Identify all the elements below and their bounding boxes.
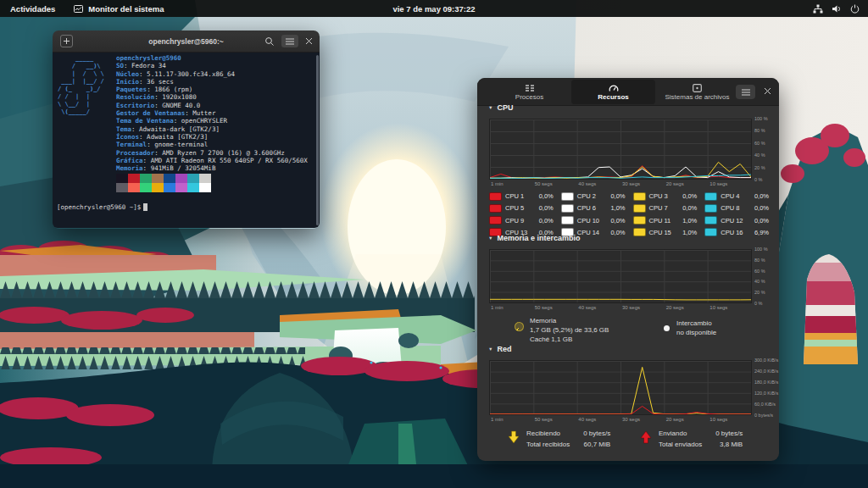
network-section-header[interactable]: ▼ Red — [488, 345, 511, 353]
palette-swatch — [128, 183, 140, 192]
palette-swatch — [116, 174, 128, 183]
cpu-legend-item: CPU 80,0% — [704, 203, 769, 213]
palette-swatch — [199, 174, 211, 183]
network-section-title: Red — [497, 345, 511, 353]
cpu-legend-item: CPU 30,0% — [633, 191, 698, 201]
memory-y-axis: 100 %80 %60 %40 %20 %0 % — [754, 249, 783, 303]
network-x-axis: 1 min50 segs40 segs30 segs20 segs10 segs — [489, 417, 752, 424]
cpu-color-swatch — [633, 216, 646, 225]
cpu-graph: 100 %80 %60 %40 %20 %0 % 1 min50 segs40 … — [489, 119, 752, 180]
palette-swatch — [187, 174, 199, 183]
swap-value: no disponible — [676, 328, 716, 337]
disk-icon — [693, 84, 702, 92]
system-monitor-app-icon — [74, 4, 83, 14]
fedora-ascii-art: _____ / __)\ | / \ \ ___| |__/ / / (_ _)… — [58, 55, 104, 116]
cpu-color-swatch — [489, 192, 502, 201]
upload-arrow-icon — [640, 430, 652, 444]
cpu-color-swatch — [561, 192, 574, 201]
cpu-color-swatch — [633, 204, 646, 213]
terminal-menu-button[interactable] — [281, 35, 298, 47]
new-tab-button[interactable] — [60, 35, 73, 47]
swap-dot-icon — [664, 325, 670, 331]
tab-label: Recursos — [598, 93, 628, 101]
memory-graph: 100 %80 %60 %40 %20 %0 % 1 min50 segs40 … — [489, 249, 752, 303]
network-plot — [489, 360, 752, 415]
system-monitor-window: Procesos Recursos Sistemas de archivos — [477, 78, 779, 461]
cpu-legend-item: CPU 40,0% — [704, 191, 769, 201]
network-legend: Recibiendo 0 bytes/s Total recibidos 60,… — [489, 428, 769, 453]
palette-swatch — [199, 183, 211, 192]
tab-recursos[interactable]: Recursos — [571, 80, 655, 104]
memory-legend-item: Memoria 1,7 GB (5,2%) de 33,6 GB Caché 1… — [515, 316, 609, 344]
neofetch-info: openchrysler@5960SO: Fedora 34Núcleo: 5.… — [116, 54, 308, 172]
new-tab-icon — [63, 37, 70, 45]
cpu-legend-item: CPU 50,0% — [489, 203, 554, 213]
terminal-content[interactable]: _____ / __)\ | / \ \ ___| |__/ / / (_ _)… — [53, 53, 320, 228]
cpu-color-swatch — [633, 192, 646, 201]
expander-icon: ▼ — [488, 347, 492, 352]
terminal-search-button[interactable] — [264, 36, 275, 47]
clock[interactable]: vie 7 de may 09:37:22 — [392, 0, 475, 17]
sending-legend-item: Enviando 0 bytes/s Total enviados 3,8 Mi… — [640, 428, 743, 450]
cpu-legend-item: CPU 10,0% — [489, 191, 554, 201]
memory-section-title: Memoria e intercambio — [497, 234, 580, 242]
terminal-close-button[interactable] — [305, 37, 313, 45]
cpu-color-swatch — [704, 192, 717, 201]
palette-swatch — [116, 183, 128, 192]
cpu-legend-item: CPU 151,0% — [633, 228, 698, 237]
activities-button[interactable]: Actividades — [10, 4, 55, 14]
network-y-axis: 300,0 KiB/s240,0 KiB/s180,0 KiB/s120,0 K… — [754, 360, 783, 415]
cpu-y-axis: 100 %80 %60 %40 %20 %0 % — [754, 119, 783, 180]
system-monitor-titlebar[interactable]: Procesos Recursos Sistemas de archivos — [477, 78, 779, 106]
focused-app-menu[interactable]: Monitor del sistema — [74, 4, 164, 14]
cpu-section-title: CPU — [497, 103, 513, 112]
memory-pie-icon — [515, 322, 524, 331]
monitor-close-button[interactable] — [764, 87, 771, 97]
monitor-menu-button[interactable] — [736, 85, 755, 99]
palette-swatch — [175, 174, 187, 183]
cpu-legend-item: CPU 20,0% — [561, 191, 626, 201]
top-bar: Actividades Monitor del sistema vie 7 de… — [0, 0, 868, 17]
memory-legend: Memoria 1,7 GB (5,2%) de 33,6 GB Caché 1… — [489, 316, 769, 345]
palette-swatch — [140, 183, 152, 192]
cpu-color-swatch — [561, 204, 574, 213]
palette-swatch — [164, 174, 175, 183]
shell-prompt[interactable]: [openchrysler@5960 ~]$ — [57, 203, 147, 211]
volume-icon — [832, 4, 842, 14]
cpu-section-header[interactable]: ▼ CPU — [488, 103, 513, 112]
sent-total-label: Total enviados — [659, 439, 702, 450]
process-list-icon — [525, 84, 535, 92]
tab-label: Procesos — [515, 93, 543, 101]
hamburger-menu-icon — [742, 89, 750, 96]
tab-sistemas-archivos[interactable]: Sistemas de archivos — [655, 80, 739, 104]
sent-total-value: 3,8 MiB — [715, 439, 743, 450]
memory-x-axis: 1 min50 segs40 segs30 segs20 segs10 segs — [489, 305, 752, 313]
tab-label: Sistemas de archivos — [665, 93, 729, 101]
memory-label: Memoria — [530, 316, 609, 325]
close-icon — [305, 37, 313, 45]
gauge-icon — [609, 84, 619, 92]
receiving-legend-item: Recibiendo 0 bytes/s Total recibidos 60,… — [508, 428, 610, 450]
sending-value: 0 bytes/s — [715, 428, 743, 439]
cpu-color-swatch — [633, 228, 646, 236]
received-total-label: Total recibidos — [526, 439, 570, 450]
palette-swatch — [187, 183, 199, 192]
close-icon — [764, 87, 771, 95]
palette-swatch — [152, 174, 164, 183]
search-icon — [264, 36, 275, 47]
hamburger-menu-icon — [286, 38, 294, 45]
focused-app-name: Monitor del sistema — [88, 4, 164, 14]
cpu-color-swatch — [489, 216, 502, 225]
terminal-scrollbar[interactable] — [316, 55, 319, 225]
terminal-color-palette — [116, 174, 211, 192]
view-switcher: Procesos Recursos Sistemas de archivos — [487, 80, 739, 104]
palette-swatch — [140, 174, 152, 183]
terminal-palette-row1 — [116, 174, 211, 183]
swap-label: Intercambio — [676, 319, 716, 328]
palette-swatch — [164, 183, 175, 192]
memory-section-header[interactable]: ▼ Memoria e intercambio — [488, 234, 580, 242]
cpu-color-swatch — [704, 216, 717, 225]
system-status-area[interactable] — [813, 0, 860, 17]
terminal-titlebar[interactable]: openchrysler@5960:~ — [53, 30, 320, 53]
tab-procesos[interactable]: Procesos — [487, 80, 571, 104]
